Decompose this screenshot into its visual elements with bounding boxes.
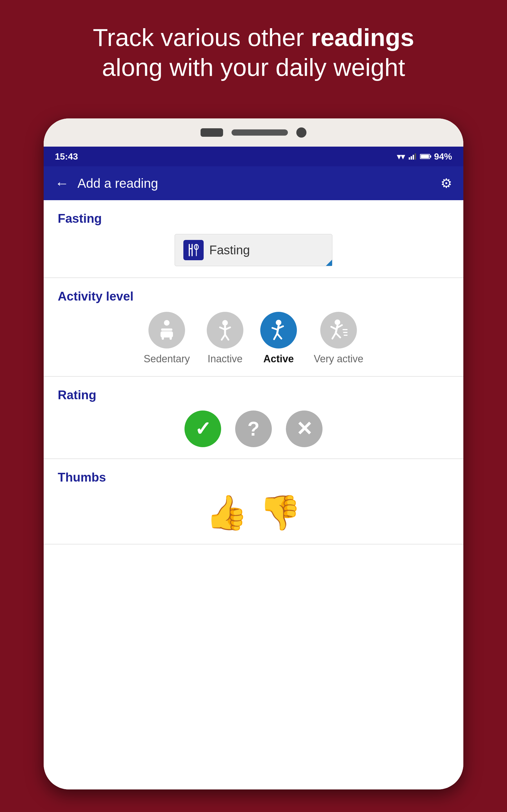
app-bar: ← Add a reading ⚙ <box>44 166 463 200</box>
wifi-icon: ▾▾ <box>397 152 405 161</box>
thumbs-title: Thumbs <box>58 470 449 485</box>
fasting-icon-box <box>183 240 204 260</box>
battery-icon <box>420 154 430 159</box>
header-text: Track various other readings along with … <box>0 22 507 82</box>
thumb-down-icon[interactable]: 👎 <box>259 493 301 532</box>
sedentary-icon <box>156 319 178 342</box>
activity-item-active[interactable]: Active <box>260 312 297 365</box>
battery-percentage: 94% <box>434 151 452 162</box>
activity-item-inactive[interactable]: Inactive <box>207 312 243 365</box>
svg-line-27 <box>336 333 340 338</box>
dropdown-arrow-icon <box>326 260 332 266</box>
very-active-label: Very active <box>314 353 363 365</box>
status-icons: ▾▾ 94% <box>397 151 452 162</box>
signal-icon <box>409 153 416 160</box>
active-icon <box>267 319 290 342</box>
fasting-dropdown[interactable]: Fasting <box>175 234 332 266</box>
very-active-icon <box>327 319 350 342</box>
svg-point-5 <box>164 320 170 326</box>
activity-item-very-active[interactable]: Very active <box>314 312 363 365</box>
sedentary-label: Sedentary <box>144 353 190 365</box>
phone-frame: 15:43 ▾▾ 94% ← Add a reading ⚙ Fast <box>44 118 463 790</box>
inactive-label: Inactive <box>208 353 242 365</box>
fasting-icon <box>186 243 201 257</box>
rating-x[interactable]: ✕ <box>286 410 323 447</box>
active-label: Active <box>263 353 294 365</box>
thumbs-section: Thumbs 👍 👎 <box>44 459 463 545</box>
sedentary-circle <box>149 312 185 349</box>
svg-line-20 <box>274 334 277 339</box>
activity-section: Activity level Sedentary <box>44 278 463 377</box>
svg-point-16 <box>276 320 281 325</box>
fasting-section: Fasting Fasting <box>44 200 463 278</box>
svg-point-10 <box>222 320 228 326</box>
svg-line-21 <box>277 334 281 339</box>
very-active-circle <box>320 312 357 349</box>
svg-rect-6 <box>161 328 172 331</box>
settings-icon[interactable]: ⚙ <box>441 175 452 191</box>
phone-content: Fasting Fasting Activity level <box>44 200 463 790</box>
activity-item-sedentary[interactable]: Sedentary <box>144 312 190 365</box>
phone-notch <box>44 118 463 147</box>
svg-point-22 <box>335 319 340 325</box>
phone-earpiece <box>201 128 223 137</box>
activity-title: Activity level <box>58 289 449 303</box>
thumbs-row: 👍 👎 <box>58 493 449 532</box>
svg-rect-8 <box>162 335 164 340</box>
svg-rect-9 <box>170 335 172 340</box>
app-bar-title: Add a reading <box>77 175 441 191</box>
thumb-up-icon[interactable]: 👍 <box>206 493 248 532</box>
inactive-icon <box>214 319 236 342</box>
rating-title: Rating <box>58 388 449 402</box>
svg-line-15 <box>225 335 228 340</box>
svg-line-24 <box>331 327 336 329</box>
inactive-circle <box>207 312 243 349</box>
header-line1: Track various other readings <box>93 23 414 51</box>
rating-section: Rating ✓ ? ✕ <box>44 377 463 459</box>
rating-question[interactable]: ? <box>235 410 272 447</box>
svg-line-18 <box>272 328 277 329</box>
svg-line-26 <box>332 333 336 339</box>
status-time: 15:43 <box>55 151 78 162</box>
activity-icons-row: Sedentary Inactive <box>58 312 449 365</box>
fasting-title: Fasting <box>58 211 449 225</box>
rating-checkmark[interactable]: ✓ <box>184 410 221 447</box>
back-button[interactable]: ← <box>55 175 69 192</box>
active-circle <box>260 312 297 349</box>
rating-icons-row: ✓ ? ✕ <box>58 410 449 447</box>
phone-speaker <box>231 130 288 136</box>
fasting-value: Fasting <box>209 243 324 257</box>
phone-camera <box>296 128 306 138</box>
status-bar: 15:43 ▾▾ 94% <box>44 147 463 166</box>
